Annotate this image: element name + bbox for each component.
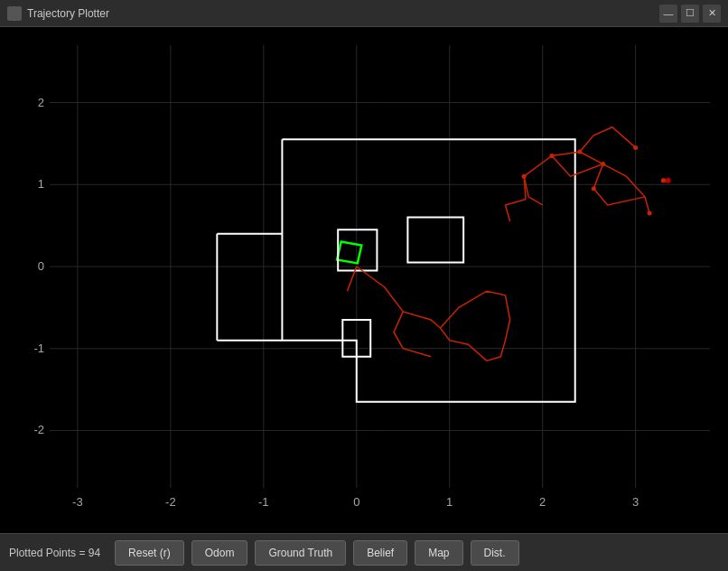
odom-button[interactable]: Odom [191, 540, 248, 566]
plot-area [0, 27, 728, 533]
bottom-bar: Plotted Points = 94 Reset (r) Odom Groun… [0, 533, 728, 571]
window-title: Trajectory Plotter [27, 7, 109, 20]
dist-button[interactable]: Dist. [471, 540, 519, 566]
title-bar: Trajectory Plotter — ☐ ✕ [0, 0, 728, 27]
map-button[interactable]: Map [415, 540, 462, 566]
trajectory-canvas [0, 27, 728, 533]
title-bar-left: Trajectory Plotter [7, 6, 109, 21]
reset-button[interactable]: Reset (r) [115, 540, 184, 566]
app-icon [7, 6, 22, 21]
maximize-button[interactable]: ☐ [681, 5, 699, 23]
belief-button[interactable]: Belief [353, 540, 407, 566]
close-button[interactable]: ✕ [703, 5, 721, 23]
ground-truth-button[interactable]: Ground Truth [255, 540, 346, 566]
window-controls: — ☐ ✕ [659, 5, 721, 23]
minimize-button[interactable]: — [659, 5, 677, 23]
plotted-points-label: Plotted Points = 94 [9, 547, 100, 559]
